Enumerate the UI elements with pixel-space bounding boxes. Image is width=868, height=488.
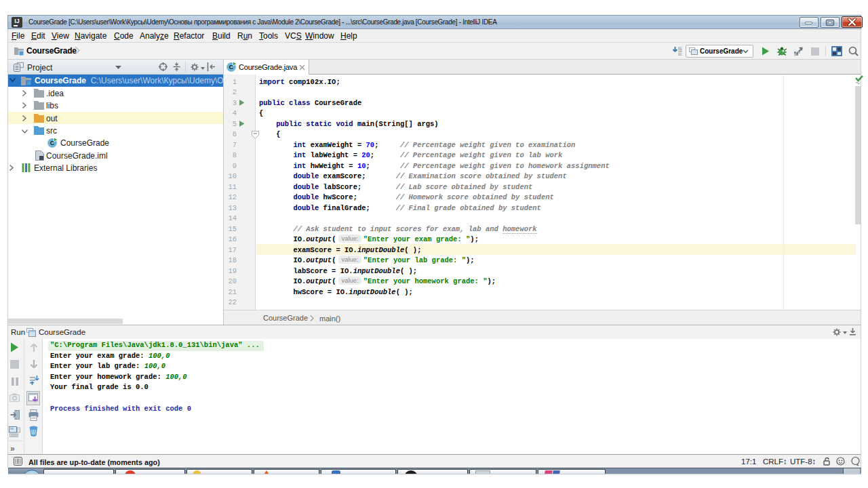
svg-text:01: 01	[678, 53, 682, 56]
